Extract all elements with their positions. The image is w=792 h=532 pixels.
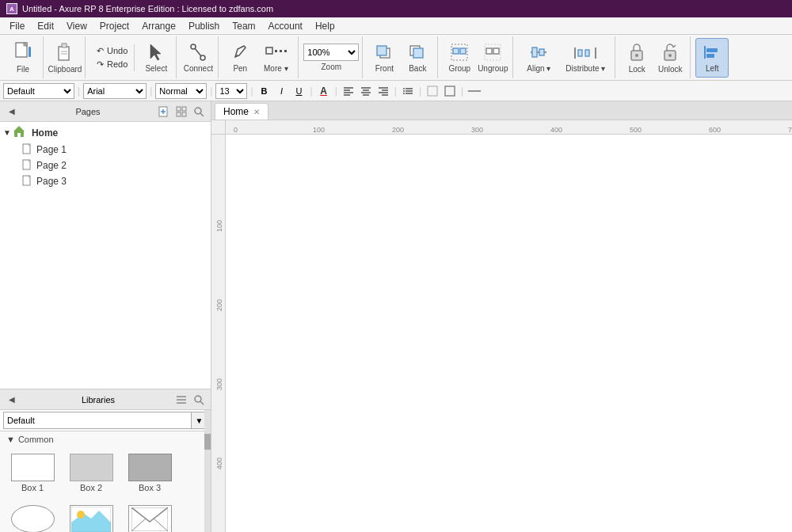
svg-rect-17 [377,46,386,55]
list-button[interactable] [400,83,416,99]
more-label: More ▾ [264,64,288,73]
more-button[interactable]: More ▾ [257,38,295,78]
page-children: Page 1 Page 2 Page 3 [0,142,211,189]
lib-common-section[interactable]: ▼ Common [0,431,211,447]
lib-scrollbar[interactable] [204,410,211,532]
clipboard-button[interactable]: Clipboard [48,38,82,78]
color-fill-button[interactable] [425,83,440,99]
weight-select[interactable]: Normal [155,83,207,99]
lib-item-box3[interactable]: Box 3 [124,450,176,496]
home-tab-close[interactable]: ✕ [253,108,260,116]
menu-help[interactable]: Help [309,19,341,33]
svg-rect-4 [62,44,67,48]
add-page-button[interactable] [157,104,171,119]
ruler-left: 100 200 300 400 [211,135,226,532]
zoom-area[interactable]: 100% 50% 75% 150% 200% Zoom [303,38,359,78]
menu-view[interactable]: View [60,19,93,33]
zoom-label: Zoom [322,63,342,71]
front-button[interactable]: Front [367,38,401,78]
menu-project[interactable]: Project [93,19,135,33]
lib-select[interactable]: Default [3,412,192,429]
format-sep4: | [250,86,253,97]
distribute-button[interactable]: Distribute ▾ [559,38,611,78]
menu-publish[interactable]: Publish [182,19,226,33]
group-button[interactable]: Group [443,38,476,78]
italic-button[interactable]: I [274,83,290,99]
unlock-button[interactable]: Unlock [653,38,687,78]
back-icon [409,43,426,64]
canvas[interactable] [226,135,792,532]
svg-rect-65 [177,107,181,111]
redo-button[interactable]: ↷ Redo [90,58,131,71]
lib-item-box1[interactable]: Box 1 [6,450,59,496]
lib-scrollbar-thumb[interactable] [204,434,211,450]
align-center-button[interactable] [358,83,374,99]
connect-button[interactable]: Connect [181,38,215,78]
lock-button[interactable]: Lock [620,38,653,78]
pages-search-button[interactable] [192,104,206,119]
pages-back-button[interactable]: ◀ [5,104,19,119]
pages-grid-button[interactable] [174,104,188,119]
menu-file[interactable]: File [3,19,31,33]
menu-arrange[interactable]: Arrange [135,19,182,33]
page-item-3[interactable]: Page 3 [16,173,211,189]
back-button[interactable]: Back [401,38,434,78]
pages-header-icons [157,104,206,119]
svg-line-84 [200,401,204,405]
pen-button[interactable]: Pen [223,38,257,78]
style-select[interactable]: Default [3,83,74,99]
svg-rect-15 [284,50,287,52]
ruler-mark-600: 600 [709,126,721,134]
home-page-item[interactable]: ▼ Home [0,124,211,142]
lib-item-envelope[interactable]: Envelope [124,502,176,532]
page-item-2[interactable]: Page 2 [16,158,211,173]
undo-button[interactable]: ↶ Undo [90,44,131,58]
ruler-mark-v-400: 400 [215,458,223,469]
svg-line-70 [200,113,204,116]
lib-item-box2[interactable]: Box 2 [65,450,117,496]
menu-team[interactable]: Team [226,19,261,33]
distribute-label: Distribute ▾ [565,64,605,73]
home-tab[interactable]: Home ✕ [215,103,268,120]
lib-item-oval[interactable]: Oval [6,502,59,532]
svg-rect-67 [177,112,181,116]
file-button[interactable]: File [6,38,40,78]
ungroup-button[interactable]: Ungroup [476,38,509,78]
font-select[interactable]: Arial [83,83,147,99]
select-label: Select [145,64,167,73]
more-icon [264,43,287,64]
svg-rect-39 [706,48,718,52]
svg-marker-7 [150,44,161,60]
frontback-group: Front Back [364,36,438,78]
select-button[interactable]: Select [139,38,173,78]
svg-line-36 [673,45,676,48]
align-button[interactable]: Align ▾ [518,38,559,78]
underline-button[interactable]: U [291,83,307,99]
svg-rect-40 [706,54,714,58]
line-style-button[interactable] [466,83,482,99]
size-select[interactable]: 13 [215,83,247,99]
menu-account[interactable]: Account [262,19,309,33]
ruler-mark-300: 300 [471,126,483,134]
align-right-button[interactable] [375,83,391,99]
pen-label: Pen [233,64,247,73]
lib-item-image[interactable]: Image [65,502,117,532]
zoom-select[interactable]: 100% 50% 75% 150% 200% [303,44,359,61]
lib-search-button[interactable] [192,393,206,407]
menu-edit[interactable]: Edit [31,19,60,33]
align-group: Align ▾ Distribute ▾ [515,36,615,78]
zoom-group: 100% 50% 75% 150% 200% Zoom [300,36,363,78]
format-sep9: | [461,86,463,97]
bold-button[interactable]: B [257,83,272,99]
file-group: File [3,36,44,78]
align-left-button[interactable] [341,83,356,99]
page-item-1[interactable]: Page 1 [16,142,211,158]
left-align-button[interactable]: Left [695,38,729,78]
lib-back-button[interactable]: ◀ [5,393,19,407]
border-color-button[interactable] [442,83,458,99]
page-icon-2 [22,159,33,172]
svg-rect-12 [266,48,272,54]
font-color-button[interactable]: A [316,83,332,99]
svg-point-56 [403,88,405,89]
lib-menu-button[interactable] [174,393,188,407]
